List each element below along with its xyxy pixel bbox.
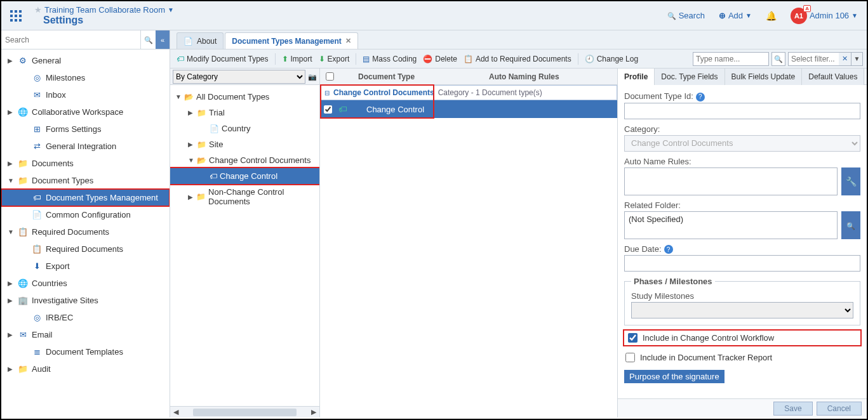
room-title[interactable]: ★Training Team Collaborate Room▼ Setting… (34, 5, 174, 26)
tree-root[interactable]: ▼📂All Document Types (170, 89, 319, 105)
import-button[interactable]: ⬆Import (279, 55, 315, 63)
label-study-milestones: Study Milestones (631, 291, 853, 301)
sidebar-item-common-configuration[interactable]: 📄Common Configuration (1, 206, 170, 223)
sidebar-item-export[interactable]: ⬇Export (1, 258, 170, 275)
nav-icon: 🌐 (18, 107, 28, 117)
chevron-down-icon: ▼ (745, 12, 752, 19)
sidebar-item-document-types-management[interactable]: 🏷Document Types Management (1, 189, 170, 206)
close-icon[interactable]: ✕ (345, 37, 351, 45)
tree-node-site[interactable]: ▶📁Site (170, 136, 319, 152)
sidebar-item-milestones[interactable]: ◎Milestones (1, 69, 170, 86)
arrow-up-icon: ⬆ (282, 55, 288, 63)
sidebar-item-general[interactable]: ▶⚙General (1, 52, 170, 69)
clock-icon: 🕘 (585, 55, 594, 63)
tab-bulk-fields-update[interactable]: Bulk Fields Update (725, 69, 803, 85)
nav-label: Collaborative Workspace (32, 107, 123, 117)
nav-label: Common Configuration (46, 210, 131, 220)
chevron-icon: ▶ (8, 57, 14, 64)
sidebar-item-required-documents[interactable]: 📋Required Documents (1, 240, 170, 258)
include-tracker-report-checkbox[interactable] (625, 353, 635, 362)
study-milestones-select[interactable] (631, 302, 853, 318)
node-label: Site (209, 140, 223, 149)
sidebar-item-irb-ec[interactable]: ◎IRB/EC (1, 309, 170, 326)
col-auto-naming-rules[interactable]: Auto Naming Rules (485, 72, 617, 81)
chevron-down-icon: ▼ (851, 12, 858, 19)
node-icon: 📁 (197, 140, 206, 149)
tab-profile[interactable]: Profile (618, 69, 655, 85)
grid-group-row[interactable]: ⊟ Change Control Documents Category - 1 … (320, 85, 617, 100)
sidebar-item-inbox[interactable]: ✉Inbox (1, 86, 170, 103)
tag-icon: 🏷 (177, 55, 184, 63)
sidebar-search-button[interactable] (140, 30, 156, 49)
global-search[interactable]: Search (667, 11, 705, 20)
browse-folder-button[interactable] (841, 211, 860, 239)
tree-node-change-control-documents[interactable]: ▼📂Change Control Documents (170, 152, 319, 168)
sidebar-item-required-documents[interactable]: ▼📋Required Documents (1, 223, 170, 240)
sidebar-item-countries[interactable]: ▶🌐Countries (1, 275, 170, 292)
tab-document-types-management[interactable]: Document Types Management✕ (225, 32, 357, 49)
tab-doc-type-fields[interactable]: Doc. Type Fields (655, 69, 724, 85)
tab-default-values[interactable]: Default Values (802, 69, 864, 85)
sidebar-item-general-integration[interactable]: ⇄General Integration (1, 138, 170, 155)
sidebar-item-document-types[interactable]: ▼📁Document Types (1, 172, 170, 189)
select-all-checkbox[interactable] (326, 72, 334, 81)
chevron-icon: ▶ (188, 109, 194, 116)
file-icon: 📄 (184, 37, 193, 46)
row-checkbox[interactable] (324, 105, 332, 114)
include-change-control-row[interactable]: Include in Change Control Workflow (624, 331, 860, 345)
sidebar-item-collaborative-workspace[interactable]: ▶🌐Collaborative Workspace (1, 103, 170, 121)
type-name-input[interactable] (693, 52, 769, 66)
sidebar-item-audit[interactable]: ▶📁Audit (1, 360, 170, 377)
grid-row[interactable]: 🏷 Change Control (320, 100, 617, 118)
include-tracker-report-row[interactable]: Include in Document Tracker Report (624, 350, 860, 365)
tree-node-non-change-control-documents[interactable]: ▶📁Non-Change Control Documents (170, 184, 319, 209)
tree-horizontal-scrollbar[interactable]: ◀▶ (170, 406, 319, 417)
save-button[interactable]: Save (773, 402, 812, 416)
delete-button[interactable]: ⛔Delete (420, 55, 460, 63)
due-date-input[interactable] (624, 255, 860, 272)
notifications[interactable] (766, 11, 777, 21)
include-change-control-checkbox[interactable] (628, 333, 638, 343)
snapshot-icon[interactable] (308, 72, 317, 81)
add-menu[interactable]: ⊕Add▼ (719, 11, 752, 20)
sidebar-item-forms-settings[interactable]: ⊞Forms Settings (1, 121, 170, 138)
change-log-button[interactable]: 🕘Change Log (582, 55, 641, 63)
help-icon[interactable]: ? (664, 245, 673, 254)
nav-icon: ✉ (18, 330, 28, 339)
sidebar-item-document-templates[interactable]: ≣Document Templates (1, 343, 170, 360)
tree-node-country[interactable]: 📄Country (170, 121, 319, 136)
tab-about[interactable]: 📄About (177, 32, 224, 49)
sidebar-item-investigative-sites[interactable]: ▶🏢Investigative Sites (1, 292, 170, 309)
filter-input[interactable] (788, 52, 839, 66)
sidebar-search-input[interactable] (1, 33, 140, 47)
cancel-button[interactable]: Cancel (817, 402, 862, 416)
clear-filter-button[interactable]: ✕ (839, 52, 851, 66)
filter-dropdown-button[interactable]: ▼ (851, 52, 863, 66)
tree-node-trial[interactable]: ▶📁Trial (170, 105, 319, 121)
document-type-id-input[interactable] (624, 103, 860, 119)
col-document-type[interactable]: Document Type (339, 72, 485, 81)
chevron-icon: ▼ (188, 157, 194, 164)
sidebar-item-documents[interactable]: ▶📁Documents (1, 155, 170, 172)
collapse-sidebar-button[interactable]: « (156, 30, 170, 49)
nav-label: Forms Settings (46, 124, 101, 134)
auto-name-rules-box[interactable] (624, 167, 838, 195)
type-name-search-button[interactable] (771, 52, 785, 66)
node-icon: 🏷 (210, 172, 217, 181)
export-button[interactable]: ⬇Export (316, 55, 352, 63)
sidebar-search: « (1, 30, 170, 49)
sidebar-item-email[interactable]: ▶✉Email (1, 326, 170, 343)
tree-node-change-control[interactable]: 🏷Change Control (170, 168, 319, 184)
nav-label: IRB/EC (46, 313, 73, 322)
modify-document-types-button[interactable]: 🏷Modify Document Types (174, 55, 271, 63)
nav-icon: 🌐 (18, 279, 28, 288)
configure-auto-name-button[interactable]: 🔧 (841, 167, 860, 195)
user-menu[interactable]: A1A Admin 106▼ (791, 8, 858, 24)
tree-view-mode-select[interactable]: By Category (173, 70, 305, 84)
mass-coding-button[interactable]: ▤Mass Coding (360, 55, 419, 63)
add-required-documents-button[interactable]: 📋Add to Required Documents (461, 55, 574, 63)
help-icon[interactable]: ? (696, 93, 705, 102)
related-folder-box[interactable]: (Not Specified) (624, 211, 838, 239)
nav-label: Required Documents (32, 227, 109, 237)
apps-launcher-icon[interactable] (10, 10, 22, 22)
